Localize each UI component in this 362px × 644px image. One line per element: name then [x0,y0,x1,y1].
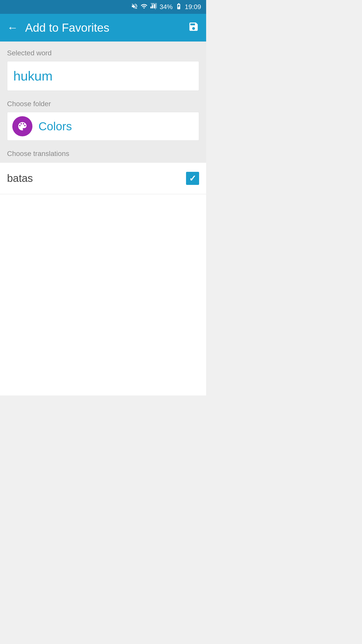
battery-icon [175,3,182,11]
app-bar: ← Add to Favorites [0,14,206,42]
folder-name: Colors [38,119,72,133]
translation-item[interactable]: batas [0,163,206,194]
time: 19:09 [185,3,201,11]
svg-rect-3 [156,3,157,8]
folder-selector[interactable]: Colors [7,112,199,141]
back-button[interactable]: ← [7,22,18,33]
translation-text: batas [7,172,33,184]
word-input-container[interactable]: hukum [7,61,199,91]
translation-checkbox[interactable] [186,172,199,185]
choose-folder-label: Choose folder [7,100,199,108]
save-button[interactable] [188,21,199,34]
content-area: Selected word hukum Choose folder Colors… [0,42,206,163]
status-icons: 34% 19:09 [131,3,201,11]
app-bar-left: ← Add to Favorites [7,21,109,34]
svg-rect-0 [150,7,152,8]
selected-word-label: Selected word [7,49,199,57]
wifi-icon [141,3,148,11]
choose-translations-label: Choose translations [7,150,199,163]
palette-icon [17,121,28,132]
translations-list: batas [0,163,206,194]
mute-icon [131,3,138,11]
folder-icon-circle [12,116,32,136]
status-bar: 34% 19:09 [0,0,206,14]
svg-rect-2 [154,4,155,8]
selected-word-value: hukum [13,69,53,83]
signal-icon [150,3,157,11]
page-title: Add to Favorites [25,21,109,34]
battery-percent: 34% [160,3,173,11]
rest-content [0,194,206,395]
svg-rect-1 [152,5,153,8]
